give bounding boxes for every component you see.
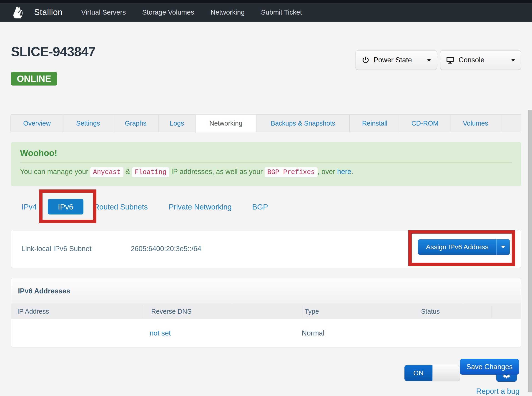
subnet-label: Link-local IPv6 Subnet xyxy=(21,245,92,253)
power-icon xyxy=(362,56,369,64)
alert-text: You can manage your xyxy=(20,168,90,176)
alert-text: , over xyxy=(318,168,337,176)
console-label: Console xyxy=(458,56,485,64)
tab-volumes[interactable]: Volumes xyxy=(450,114,501,132)
scrollbar-thumb[interactable] xyxy=(528,110,532,392)
tab-cdrom[interactable]: CD-ROM xyxy=(400,114,450,132)
save-changes-label: Save Changes xyxy=(466,363,512,371)
alert-text: & xyxy=(123,168,132,176)
column-divider xyxy=(302,305,302,318)
anycast-chip: Anycast xyxy=(90,167,123,177)
ipv6-addresses-panel: IPv6 Addresses IP Address Reverse DNS Ty… xyxy=(11,278,521,347)
assign-ipv6-button[interactable]: Assign IPv6 Address xyxy=(418,239,510,255)
nav-item-virtual-servers[interactable]: Virtual Servers xyxy=(81,8,126,16)
tab-networking[interactable]: Networking xyxy=(195,114,257,132)
tab-overview[interactable]: Overview xyxy=(11,114,63,132)
chevron-down-icon xyxy=(501,246,505,248)
col-ip-address: IP Address xyxy=(17,304,49,319)
col-type: Type xyxy=(305,304,319,319)
panel-title: IPv6 Addresses xyxy=(18,287,70,295)
subtab-ipv4[interactable]: IPv4 xyxy=(22,203,37,211)
page: Stallion Virtual Servers Storage Volumes… xyxy=(0,0,532,396)
alert-text: . xyxy=(351,168,353,176)
alert-message: You can manage your Anycast & Floating I… xyxy=(20,167,512,177)
assign-ipv6-label: Assign IPv6 Address xyxy=(418,239,496,255)
alert-title: Woohoo! xyxy=(20,148,512,158)
column-divider xyxy=(492,305,492,318)
floating-chip: Floating xyxy=(132,167,169,177)
subtab-routed-subnets[interactable]: Routed Subnets xyxy=(94,203,148,211)
chevron-down-icon xyxy=(511,59,515,61)
tab-logs[interactable]: Logs xyxy=(159,114,195,132)
here-link[interactable]: here xyxy=(337,168,351,176)
tab-backups-snapshots[interactable]: Backups & Snapshots xyxy=(257,114,350,132)
col-reverse-dns: Reverse DNS xyxy=(151,304,191,319)
tab-settings[interactable]: Settings xyxy=(63,114,113,132)
chevron-down-icon xyxy=(427,59,431,61)
power-state-label: Power State xyxy=(373,56,412,64)
horse-icon xyxy=(11,5,26,20)
power-state-button[interactable]: Power State xyxy=(355,50,437,70)
stallion-logo[interactable] xyxy=(11,5,26,20)
subtab-bgp[interactable]: BGP xyxy=(252,203,268,211)
main-tabs: Overview Settings Graphs Logs Networking… xyxy=(11,114,521,132)
subtab-ipv6[interactable]: IPv6 xyxy=(48,199,83,215)
toggle-on-label: ON xyxy=(405,365,432,381)
table-header-row: IP Address Reverse DNS Type Status xyxy=(11,304,521,319)
toggle-handle[interactable] xyxy=(432,365,460,381)
nav-item-submit-ticket[interactable]: Submit Ticket xyxy=(261,8,302,16)
bgp-prefixes-chip: BGP Prefixes xyxy=(265,167,318,177)
subnet-value: 2605:6400:20:3e5::/64 xyxy=(131,245,201,253)
col-status: Status xyxy=(421,304,440,319)
alert-divider xyxy=(20,162,512,163)
cell-type: Normal xyxy=(302,329,324,337)
navbar: Stallion Virtual Servers Storage Volumes… xyxy=(0,3,532,22)
save-changes-button[interactable]: Save Changes xyxy=(460,359,519,375)
info-alert: Woohoo! You can manage your Anycast & Fl… xyxy=(11,142,521,186)
table-row: not set Normal ON xyxy=(11,319,521,347)
status-toggle[interactable]: ON xyxy=(405,365,460,381)
reverse-dns-link[interactable]: not set xyxy=(150,329,171,337)
tabbar-filler xyxy=(501,114,521,132)
tab-reinstall[interactable]: Reinstall xyxy=(350,114,400,132)
tab-graphs[interactable]: Graphs xyxy=(113,114,159,132)
subtab-private-networking[interactable]: Private Networking xyxy=(169,203,232,211)
nav-item-storage-volumes[interactable]: Storage Volumes xyxy=(142,8,194,16)
panel-header: IPv6 Addresses xyxy=(11,278,521,304)
column-divider xyxy=(143,305,143,318)
brand-title[interactable]: Stallion xyxy=(34,7,63,17)
assign-ipv6-dropdown[interactable] xyxy=(496,239,510,255)
page-title: SLICE-943847 xyxy=(11,45,96,58)
status-badge: ONLINE xyxy=(11,72,57,86)
top-strip xyxy=(0,0,532,3)
console-button[interactable]: Console xyxy=(440,50,521,70)
nav-item-networking[interactable]: Networking xyxy=(211,8,245,16)
alert-text: IP addresses, as well as your xyxy=(169,168,265,176)
monitor-icon xyxy=(446,56,454,64)
report-a-bug-link[interactable]: Report a bug xyxy=(476,387,520,396)
